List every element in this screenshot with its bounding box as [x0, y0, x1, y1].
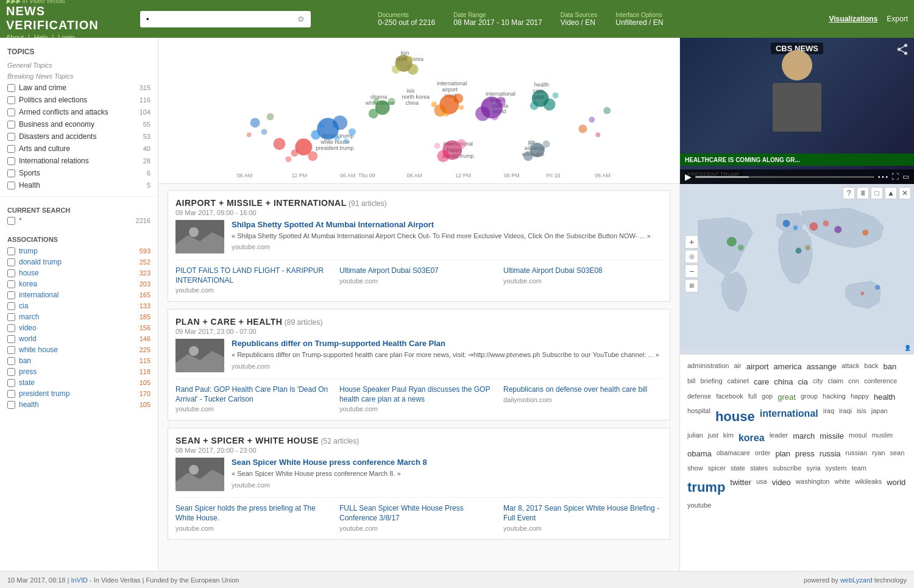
- word-cloud-item[interactable]: obama: [687, 448, 712, 461]
- word-cloud-item[interactable]: youtube: [687, 500, 711, 511]
- export-link[interactable]: Export: [887, 15, 908, 23]
- article-main-title[interactable]: Sean Spicer White House press conference…: [232, 458, 662, 467]
- word-cloud-item[interactable]: airport: [746, 361, 769, 374]
- assoc-label[interactable]: president trump: [19, 389, 140, 398]
- visualizations-link[interactable]: Visualizations: [829, 15, 878, 23]
- word-cloud-item[interactable]: international: [760, 406, 818, 427]
- word-cloud-item[interactable]: bill: [687, 376, 695, 389]
- map-expand-icon[interactable]: □: [871, 187, 883, 199]
- article-list-title[interactable]: Mar 8, 2017 Sean Spicer White House Brie…: [503, 504, 662, 523]
- word-cloud-item[interactable]: show: [687, 463, 703, 474]
- word-cloud-item[interactable]: care: [754, 376, 769, 389]
- topic-checkbox[interactable]: [7, 121, 15, 129]
- search-gear-icon[interactable]: ⚙: [297, 15, 305, 24]
- assoc-label[interactable]: trump: [19, 247, 140, 255]
- article-list-title[interactable]: Rand Paul: GOP Health Care Plan Is 'Dead…: [175, 385, 335, 404]
- word-cloud-item[interactable]: obamacare: [717, 448, 750, 461]
- topic-checkbox[interactable]: [7, 182, 15, 190]
- word-cloud-item[interactable]: leader: [770, 430, 788, 446]
- topic-checkbox[interactable]: [7, 145, 15, 153]
- sidebar-topic-item[interactable]: Sports6: [0, 167, 158, 179]
- word-cloud-item[interactable]: plan: [775, 448, 790, 461]
- word-cloud-item[interactable]: japan: [871, 406, 888, 427]
- article-list-title[interactable]: PILOT FAILS TO LAND FLIGHT - KARIPPUR IN…: [175, 266, 335, 285]
- map-up-icon[interactable]: ▲: [885, 187, 897, 199]
- word-cloud-item[interactable]: press: [795, 448, 815, 461]
- assoc-checkbox[interactable]: [7, 335, 15, 343]
- assoc-label[interactable]: world: [19, 335, 140, 343]
- word-cloud-item[interactable]: wikileaks: [855, 476, 882, 498]
- topic-checkbox[interactable]: [7, 108, 15, 116]
- word-cloud-item[interactable]: subscribe: [773, 463, 801, 474]
- article-main-title[interactable]: Republicans differ on Trump-supported He…: [232, 339, 662, 348]
- word-cloud-item[interactable]: conference: [864, 376, 897, 389]
- video-progress-bar[interactable]: [695, 176, 874, 178]
- word-cloud-item[interactable]: administration: [687, 361, 729, 374]
- word-cloud-item[interactable]: states: [750, 463, 768, 474]
- word-cloud-item[interactable]: ryan: [872, 448, 885, 461]
- assoc-checkbox[interactable]: [7, 346, 15, 354]
- assoc-label[interactable]: donald trump: [19, 258, 140, 266]
- word-cloud-item[interactable]: world: [887, 476, 905, 498]
- assoc-label[interactable]: house: [19, 269, 140, 277]
- topic-checkbox[interactable]: [7, 133, 15, 141]
- assoc-checkbox[interactable]: [7, 269, 15, 277]
- word-cloud-item[interactable]: team: [851, 463, 866, 474]
- word-cloud-item[interactable]: video: [772, 476, 791, 498]
- sidebar-topic-item[interactable]: Arts and culture40: [0, 143, 158, 155]
- map-close-icon[interactable]: ✕: [899, 187, 911, 199]
- word-cloud-item[interactable]: isis: [857, 406, 866, 427]
- search-input[interactable]: [146, 15, 294, 24]
- word-cloud-item[interactable]: mosul: [849, 430, 866, 446]
- word-cloud-item[interactable]: hacking: [823, 391, 846, 404]
- word-cloud-item[interactable]: air: [734, 361, 741, 374]
- word-cloud-item[interactable]: house: [715, 406, 755, 427]
- assoc-checkbox[interactable]: [7, 247, 15, 255]
- word-cloud-item[interactable]: iraqi: [839, 406, 852, 427]
- map-zoom-out-btn[interactable]: −: [685, 264, 698, 278]
- topic-checkbox[interactable]: [7, 169, 15, 177]
- word-cloud-item[interactable]: white: [834, 476, 850, 498]
- assoc-checkbox[interactable]: [7, 357, 15, 365]
- article-list-title[interactable]: Ultimate Airport Dubai S03E08: [503, 266, 662, 276]
- video-settings-icon[interactable]: ▭: [902, 172, 909, 181]
- assoc-checkbox[interactable]: [7, 280, 15, 288]
- assoc-checkbox[interactable]: [7, 368, 15, 376]
- word-cloud-item[interactable]: assange: [807, 361, 837, 374]
- word-cloud-item[interactable]: great: [778, 391, 796, 404]
- word-cloud-item[interactable]: hospital: [687, 406, 710, 427]
- word-cloud-item[interactable]: gop: [762, 391, 773, 404]
- word-cloud-item[interactable]: cabinet: [728, 376, 749, 389]
- assoc-label[interactable]: health: [19, 400, 140, 409]
- word-cloud-item[interactable]: ban: [884, 361, 897, 374]
- word-cloud-item[interactable]: briefing: [700, 376, 722, 389]
- map-zoom-in-btn[interactable]: +: [685, 235, 698, 249]
- word-cloud-item[interactable]: health: [874, 391, 895, 404]
- word-cloud-item[interactable]: spicer: [708, 463, 726, 474]
- article-list-title[interactable]: FULL Sean Spicer White House Press Confe…: [339, 504, 498, 523]
- map-legend-icon[interactable]: ⊞: [685, 279, 698, 292]
- word-cloud-item[interactable]: order: [755, 448, 771, 461]
- word-cloud-item[interactable]: twitter: [730, 476, 751, 498]
- article-list-title[interactable]: House Speaker Paul Ryan discusses the GO…: [339, 385, 498, 404]
- map-pause-icon[interactable]: ⏸: [857, 187, 869, 199]
- assoc-checkbox[interactable]: [7, 313, 15, 321]
- assoc-label[interactable]: international: [19, 291, 140, 299]
- assoc-checkbox[interactable]: [7, 324, 15, 332]
- video-share-icon[interactable]: [896, 43, 909, 58]
- article-list-title[interactable]: Ultimate Airport Dubai S03E07: [339, 266, 498, 276]
- topic-checkbox[interactable]: [7, 96, 15, 104]
- footer-invid-link[interactable]: InVID: [71, 576, 88, 584]
- assoc-checkbox[interactable]: [7, 379, 15, 387]
- word-cloud-item[interactable]: washington: [796, 476, 830, 498]
- word-cloud-item[interactable]: china: [774, 376, 793, 389]
- article-main-title[interactable]: Shilpa Shetty Spotted At Mumbai Internat…: [232, 220, 662, 229]
- assoc-label[interactable]: state: [19, 378, 140, 387]
- word-cloud-item[interactable]: happy: [851, 391, 869, 404]
- word-cloud-item[interactable]: group: [801, 391, 818, 404]
- word-cloud-item[interactable]: back: [864, 361, 878, 374]
- word-cloud-item[interactable]: attack: [841, 361, 859, 374]
- assoc-label[interactable]: white house: [19, 345, 140, 354]
- word-cloud-item[interactable]: claim: [828, 376, 844, 389]
- word-cloud-item[interactable]: trump: [687, 476, 725, 498]
